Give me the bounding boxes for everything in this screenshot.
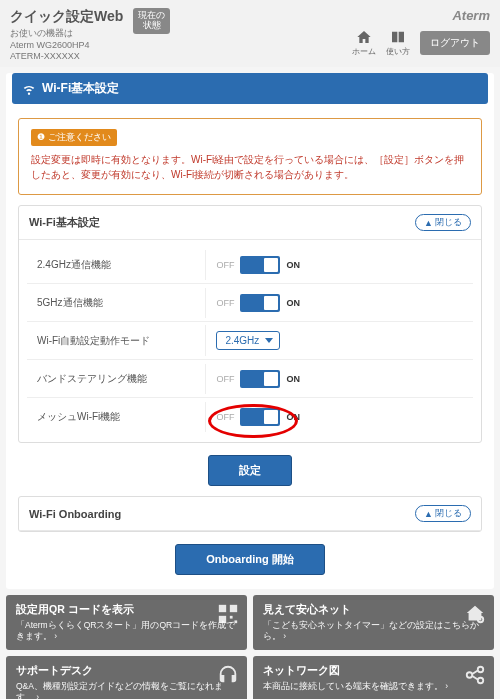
page-title: Wi-Fi基本設定 bbox=[12, 73, 488, 104]
warning-text: 設定変更は即時に有効となります。Wi-Fi経由で設定を行っている場合には、［設定… bbox=[31, 152, 469, 182]
house-search-icon bbox=[464, 603, 486, 625]
section-title: Wi-Fi Onboarding bbox=[29, 508, 121, 520]
toggle-mesh[interactable] bbox=[240, 408, 280, 426]
svg-rect-3 bbox=[230, 616, 233, 619]
guide-button[interactable]: 使い方 bbox=[386, 29, 410, 57]
submit-button[interactable]: 設定 bbox=[208, 455, 292, 486]
qr-icon bbox=[217, 603, 239, 625]
logout-button[interactable]: ログアウト bbox=[420, 31, 490, 55]
brand-logo: Aterm bbox=[452, 8, 490, 23]
warning-label: ❶ ご注意ください bbox=[31, 129, 117, 146]
toggle-bandsteering[interactable] bbox=[240, 370, 280, 388]
row-label-bandsteering: バンドステアリング機能 bbox=[27, 366, 205, 392]
row-label-5ghz: 5GHz通信機能 bbox=[27, 290, 205, 316]
onboarding-section: Wi-Fi Onboarding ▲ 閉じる bbox=[18, 496, 482, 532]
svg-point-6 bbox=[467, 672, 473, 678]
tile-support[interactable]: サポートデスクQ&A、機種別設定ガイドなどの情報をご覧になれます。 bbox=[6, 656, 247, 699]
section-title: Wi-Fi基本設定 bbox=[29, 215, 100, 230]
svg-rect-1 bbox=[230, 605, 237, 612]
row-label-24ghz: 2.4GHz通信機能 bbox=[27, 252, 205, 278]
row-label-mesh: メッシュWi-Fi機能 bbox=[27, 404, 205, 430]
warning-box: ❶ ご注意ください 設定変更は即時に有効となります。Wi-Fi経由で設定を行って… bbox=[18, 118, 482, 195]
book-icon bbox=[389, 29, 407, 45]
toggle-5ghz[interactable] bbox=[240, 294, 280, 312]
svg-rect-0 bbox=[219, 605, 226, 612]
home-icon bbox=[355, 29, 373, 45]
onboarding-start-button[interactable]: Onboarding 開始 bbox=[175, 544, 324, 575]
status-badge[interactable]: 現在の 状態 bbox=[133, 8, 170, 34]
device-info: お使いの機器は Aterm WG2600HP4 ATERM-XXXXXX bbox=[10, 28, 123, 63]
svg-point-7 bbox=[478, 667, 484, 673]
wifi-icon bbox=[22, 82, 36, 96]
tile-qr[interactable]: 設定用QR コードを表示「AtermらくらくQRスタート」用のQRコードを作成で… bbox=[6, 595, 247, 650]
wifi-basic-section: Wi-Fi基本設定 ▲ 閉じる 2.4GHz通信機能 OFF ON 5GHz通信… bbox=[18, 205, 482, 443]
tile-safenet[interactable]: 見えて安心ネット「こども安心ネットタイマー」などの設定はこちらから。 bbox=[253, 595, 494, 650]
toggle-24ghz[interactable] bbox=[240, 256, 280, 274]
network-icon bbox=[464, 664, 486, 686]
app-title: クイック設定Web bbox=[10, 8, 123, 26]
home-button[interactable]: ホーム bbox=[352, 29, 376, 57]
headset-icon bbox=[217, 664, 239, 686]
tile-network[interactable]: ネットワーク図本商品に接続している端末を確認できます。 bbox=[253, 656, 494, 699]
svg-point-8 bbox=[478, 678, 484, 684]
collapse-button[interactable]: ▲ 閉じる bbox=[415, 214, 471, 231]
svg-rect-2 bbox=[219, 616, 226, 623]
svg-rect-4 bbox=[234, 620, 237, 623]
automode-select[interactable]: 2.4GHz bbox=[216, 331, 280, 350]
collapse-button[interactable]: ▲ 閉じる bbox=[415, 505, 471, 522]
row-label-automode: Wi-Fi自動設定動作モード bbox=[27, 328, 205, 354]
